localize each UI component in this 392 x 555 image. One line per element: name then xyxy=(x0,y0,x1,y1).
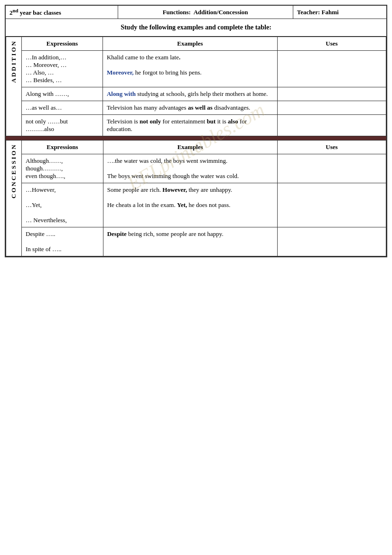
addition-example-2: Along with studying at schools, girls he… xyxy=(103,87,277,101)
addition-uses-4 xyxy=(277,115,386,136)
addition-uses-header: Uses xyxy=(277,37,386,51)
addition-examples-header: Examples xyxy=(103,37,277,51)
concession-example-2: Some people are rich. However, they are … xyxy=(103,183,277,227)
section-divider xyxy=(6,136,386,140)
addition-example-3: Television has many advantages as well a… xyxy=(103,101,277,115)
class-label: 2nd year bac classes xyxy=(9,9,61,16)
header-function: Functions: Addition/Concession xyxy=(118,5,293,19)
concession-section-table: CONCESSION Expressions Examples Uses Alt… xyxy=(6,140,386,256)
concession-example-1: ….the water was cold, the boys went swim… xyxy=(103,154,277,183)
concession-row-3: Despite …..In spite of ….. Despite being… xyxy=(6,227,386,256)
concession-examples-header: Examples xyxy=(103,141,277,154)
addition-example-4: Television is not only for entertainment… xyxy=(103,115,277,136)
main-table: 2nd year bac classes Functions: Addition… xyxy=(5,5,387,257)
addition-expressions-header: Expressions xyxy=(22,37,103,51)
addition-expr-1: …In addition,…… Moreover, …… Also, …… Be… xyxy=(22,51,103,87)
teacher-label: Teacher: Fahmi xyxy=(297,9,339,16)
concession-label-cell: CONCESSION xyxy=(6,141,22,256)
concession-uses-header: Uses xyxy=(277,141,386,154)
addition-section-table: ADDITION Expressions Examples Uses …In a… xyxy=(6,37,386,136)
addition-label: ADDITION xyxy=(10,40,18,83)
addition-uses-2 xyxy=(277,87,386,101)
addition-uses-3 xyxy=(277,101,386,115)
title-row: Study the following examples and complet… xyxy=(5,19,387,37)
concession-uses-1 xyxy=(277,154,386,183)
header-class: 2nd year bac classes xyxy=(5,5,118,19)
addition-row-3: …as well as… Television has many advanta… xyxy=(6,101,386,115)
addition-expr-2: Along with ……, xyxy=(22,87,103,101)
concession-expr-3: Despite …..In spite of ….. xyxy=(22,227,103,256)
concession-uses-3 xyxy=(277,227,386,256)
addition-row-4: not only ……but………also Television is not … xyxy=(6,115,386,136)
addition-expr-3: …as well as… xyxy=(22,101,103,115)
content-row: EFLprintables.com ADDITION Expressions E… xyxy=(5,37,387,257)
concession-expr-1: Although……,though………,even though…., xyxy=(22,154,103,183)
concession-row-2: …However,…Yet,… Nevertheless, Some peopl… xyxy=(6,183,386,227)
addition-label-cell: ADDITION xyxy=(6,37,22,136)
header-teacher: Teacher: Fahmi xyxy=(293,5,387,19)
concession-uses-2 xyxy=(277,183,386,227)
concession-header-row: CONCESSION Expressions Examples Uses xyxy=(6,141,386,154)
addition-row-2: Along with ……, Along with studying at sc… xyxy=(6,87,386,101)
concession-expressions-header: Expressions xyxy=(22,141,103,154)
function-label: Functions: Addition/Concession xyxy=(163,9,248,16)
concession-row-1: Although……,though………,even though…., ….th… xyxy=(6,154,386,183)
concession-expr-2: …However,…Yet,… Nevertheless, xyxy=(22,183,103,227)
concession-label: CONCESSION xyxy=(10,143,18,198)
addition-example-1: Khalid came to the exam late. Moreover, … xyxy=(103,51,277,87)
addition-row-1: …In addition,…… Moreover, …… Also, …… Be… xyxy=(6,51,386,87)
addition-expr-4: not only ……but………also xyxy=(22,115,103,136)
addition-uses-1 xyxy=(277,51,386,87)
worksheet-title: Study the following examples and complet… xyxy=(5,19,387,37)
sections-wrapper: EFLprintables.com ADDITION Expressions E… xyxy=(6,37,386,256)
header-row: 2nd year bac classes Functions: Addition… xyxy=(5,5,387,19)
addition-header-row: ADDITION Expressions Examples Uses xyxy=(6,37,386,51)
concession-example-3: Despite being rich, some people are not … xyxy=(103,227,277,256)
